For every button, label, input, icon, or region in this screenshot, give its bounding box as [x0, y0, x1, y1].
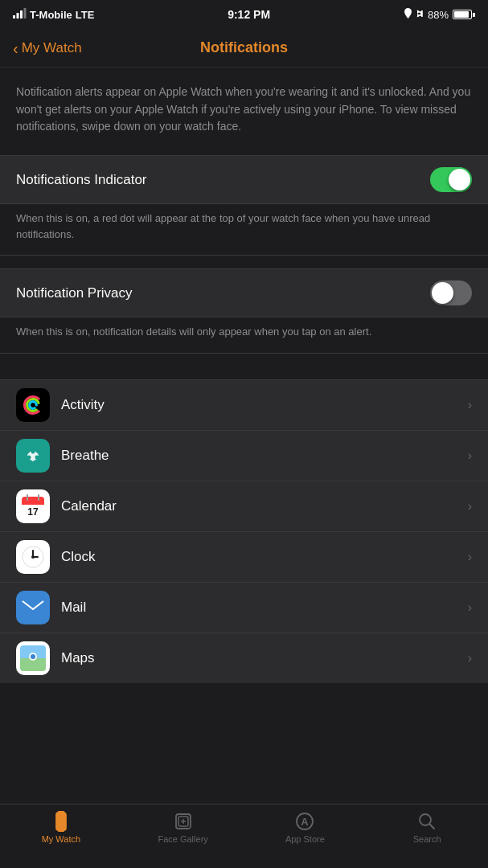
battery-percent: 88% — [428, 9, 449, 21]
tab-my-watch[interactable]: My Watch — [0, 811, 122, 844]
app-row-calendar[interactable]: 17 Calendar › — [0, 481, 488, 532]
notification-privacy-description: When this is on, notification details wi… — [0, 317, 488, 354]
app-name-calendar: Calendar — [61, 498, 457, 514]
activity-icon — [16, 388, 50, 422]
tab-label-app-store: App Store — [285, 834, 325, 844]
svg-rect-1 — [17, 13, 19, 18]
app-name-breathe: Breathe — [61, 448, 457, 464]
notification-privacy-toggle[interactable] — [430, 280, 472, 305]
svg-point-27 — [31, 654, 35, 659]
tab-label-my-watch: My Watch — [42, 834, 81, 844]
svg-text:17: 17 — [27, 506, 39, 518]
app-row-maps[interactable]: Maps › — [0, 633, 488, 683]
notifications-indicator-row: Notifications Indicator — [0, 156, 488, 203]
notification-privacy-label: Notification Privacy — [16, 285, 133, 301]
mail-icon — [16, 591, 50, 624]
description-block: Notification alerts appear on Apple Watc… — [0, 68, 488, 155]
notification-privacy-section: Notification Privacy — [0, 268, 488, 317]
notifications-indicator-section: Notifications Indicator — [0, 155, 488, 204]
svg-point-6 — [30, 401, 37, 408]
app-name-mail: Mail — [61, 600, 457, 616]
nav-header: ‹ My Watch Notifications — [0, 29, 488, 68]
svg-line-41 — [430, 825, 435, 829]
app-row-mail[interactable]: Mail › — [0, 583, 488, 633]
app-row-breathe[interactable]: Breathe › — [0, 431, 488, 481]
carrier-label: T-Mobile — [30, 9, 72, 21]
page-title: Notifications — [200, 39, 288, 56]
tab-bar: My Watch Face Gallery A App Store — [0, 804, 488, 868]
battery-icon — [453, 10, 475, 19]
status-time: 9:12 PM — [228, 8, 270, 21]
notifications-indicator-description: When this is on, a red dot will appear a… — [0, 204, 488, 256]
app-name-maps: Maps — [61, 650, 457, 666]
calendar-icon: 17 — [16, 489, 50, 523]
network-label: LTE — [76, 9, 95, 21]
svg-text:A: A — [301, 816, 310, 828]
bluetooth-icon — [416, 8, 424, 22]
chevron-right-breathe: › — [468, 448, 472, 463]
maps-icon — [16, 641, 50, 675]
chevron-right-maps: › — [468, 651, 472, 665]
svg-rect-2 — [20, 10, 23, 18]
status-left: T-Mobile LTE — [13, 8, 94, 21]
signal-bars — [13, 8, 27, 21]
status-bar: T-Mobile LTE 9:12 PM 88% — [0, 0, 488, 29]
app-list: Activity › Breathe › — [0, 379, 488, 683]
back-button[interactable]: ‹ My Watch — [13, 40, 82, 56]
chevron-right-clock: › — [468, 550, 472, 564]
section-spacer-2 — [0, 354, 488, 366]
svg-rect-0 — [13, 15, 15, 18]
tab-icon-search — [416, 811, 437, 832]
svg-rect-33 — [58, 829, 64, 832]
svg-point-8 — [35, 455, 39, 459]
chevron-right-activity: › — [468, 398, 472, 412]
chevron-right-mail: › — [468, 600, 472, 615]
app-name-clock: Clock — [61, 549, 457, 565]
chevron-left-icon: ‹ — [13, 40, 18, 56]
notification-privacy-row: Notification Privacy — [0, 269, 488, 317]
app-row-clock[interactable]: Clock › — [0, 532, 488, 583]
notifications-indicator-description-text: When this is on, a red dot will appear a… — [16, 211, 472, 242]
svg-rect-3 — [24, 8, 27, 18]
notification-privacy-description-text: When this is on, notification details wi… — [16, 324, 472, 340]
tab-search[interactable]: Search — [366, 811, 488, 844]
breathe-icon — [16, 439, 50, 473]
tab-icon-app-store: A — [294, 811, 315, 832]
svg-point-7 — [31, 449, 35, 453]
description-text: Notification alerts appear on Apple Watc… — [16, 84, 472, 136]
app-name-activity: Activity — [61, 397, 457, 413]
clock-icon — [16, 540, 50, 574]
tab-icon-face-gallery — [173, 811, 194, 832]
section-spacer-3 — [0, 366, 488, 379]
svg-rect-12 — [22, 502, 44, 505]
app-row-activity[interactable]: Activity › — [0, 380, 488, 431]
section-spacer-1 — [0, 256, 488, 268]
back-label: My Watch — [22, 40, 82, 56]
svg-point-9 — [27, 455, 31, 459]
tab-face-gallery[interactable]: Face Gallery — [122, 811, 244, 844]
tab-icon-my-watch — [51, 811, 72, 832]
notifications-indicator-label: Notifications Indicator — [16, 172, 147, 188]
tab-app-store[interactable]: A App Store — [244, 811, 367, 844]
chevron-right-calendar: › — [468, 499, 472, 514]
svg-point-19 — [31, 555, 35, 559]
svg-rect-32 — [58, 811, 64, 813]
notifications-indicator-toggle[interactable] — [430, 167, 472, 192]
tab-label-search: Search — [413, 834, 441, 844]
location-icon — [404, 8, 412, 21]
tab-label-face-gallery: Face Gallery — [158, 834, 207, 844]
status-right: 88% — [404, 8, 475, 22]
